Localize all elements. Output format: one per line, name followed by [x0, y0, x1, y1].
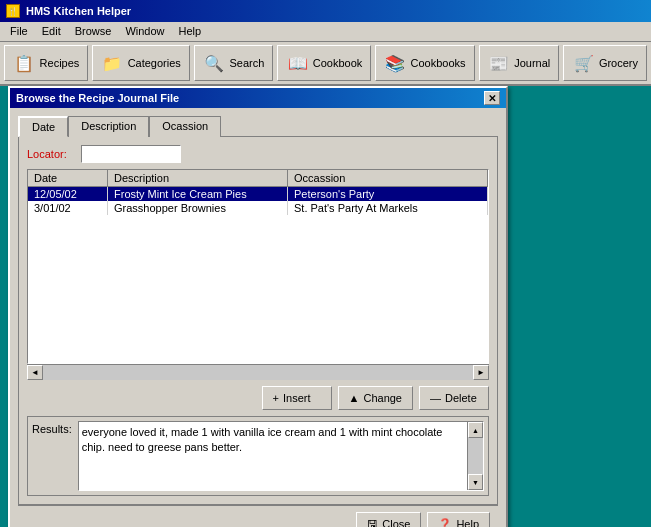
toolbar-cookbook-label: Cookbook — [313, 57, 363, 69]
horizontal-scrollbar[interactable]: ◄ ► — [27, 364, 489, 380]
change-icon: ▲ — [349, 392, 360, 404]
close-button[interactable]: 🖫 Close — [356, 512, 421, 527]
td-desc-1: Frosty Mint Ice Cream Pies — [108, 187, 288, 201]
td-desc-2: Grasshopper Brownies — [108, 201, 288, 215]
td-date-2: 3/01/02 — [28, 201, 108, 215]
dialog: Browse the Recipe Journal File ✕ Date De… — [8, 86, 508, 527]
bottom-buttons: 🖫 Close ❓ Help — [18, 505, 498, 527]
action-buttons: + Insert ▲ Change — Delete — [27, 380, 489, 416]
tab-description[interactable]: Description — [68, 116, 149, 137]
table-row[interactable]: 12/05/02 Frosty Mint Ice Cream Pies Pete… — [28, 187, 488, 201]
toolbar-search-label: Search — [230, 57, 265, 69]
menu-bar: File Edit Browse Window Help — [0, 22, 651, 42]
dialog-title-bar: Browse the Recipe Journal File ✕ — [10, 88, 506, 108]
td-date-1: 12/05/02 — [28, 187, 108, 201]
toolbar-cookbooks-label: Cookbooks — [411, 57, 466, 69]
toolbar-recipes-button[interactable]: 📋 Recipes — [4, 45, 88, 81]
menu-help[interactable]: Help — [173, 24, 208, 39]
tab-ocassion[interactable]: Ocassion — [149, 116, 221, 137]
results-scrollbar: ▲ ▼ — [467, 422, 483, 490]
app-icon: 🍴 — [6, 4, 20, 18]
table-body: 12/05/02 Frosty Mint Ice Cream Pies Pete… — [28, 187, 488, 362]
th-date: Date — [28, 170, 108, 186]
toolbar-cookbook-button[interactable]: 📖 Cookbook — [277, 45, 371, 81]
td-occ-2: St. Pat's Party At Markels — [288, 201, 488, 215]
dialog-close-button[interactable]: ✕ — [484, 91, 500, 105]
title-bar: 🍴 HMS Kitchen Helper — [0, 0, 651, 22]
delete-button[interactable]: — Delete — [419, 386, 489, 410]
insert-label: Insert — [283, 392, 311, 404]
menu-browse[interactable]: Browse — [69, 24, 118, 39]
locator-input[interactable] — [81, 145, 181, 163]
scroll-up-button[interactable]: ▲ — [468, 422, 483, 438]
results-label: Results: — [32, 421, 72, 491]
menu-window[interactable]: Window — [119, 24, 170, 39]
toolbar-grocery-label: Grocery — [599, 57, 638, 69]
locator-label: Locator: — [27, 148, 77, 160]
journal-table: Date Description Occassion 12/05/02 Fros… — [27, 169, 489, 364]
tab-date[interactable]: Date — [18, 116, 68, 137]
help-label: Help — [456, 518, 479, 527]
results-text-container: everyone loved it, made 1 with vanilla i… — [78, 421, 484, 491]
scroll-left-button[interactable]: ◄ — [27, 365, 43, 380]
cookbook-icon: 📖 — [286, 51, 308, 75]
journal-icon: 📰 — [488, 51, 511, 75]
results-section: Results: everyone loved it, made 1 with … — [27, 416, 489, 496]
help-icon: ❓ — [438, 518, 452, 528]
scroll-track[interactable] — [43, 365, 473, 380]
table-row[interactable]: 3/01/02 Grasshopper Brownies St. Pat's P… — [28, 201, 488, 215]
recipes-icon: 📋 — [13, 51, 36, 75]
toolbar-cookbooks-button[interactable]: 📚 Cookbooks — [375, 45, 474, 81]
tab-bar: Date Description Ocassion — [18, 116, 498, 137]
menu-edit[interactable]: Edit — [36, 24, 67, 39]
toolbar: 📋 Recipes 📁 Categories 🔍 Search 📖 Cookbo… — [0, 42, 651, 86]
toolbar-categories-label: Categories — [128, 57, 181, 69]
locator-row: Locator: — [27, 145, 489, 163]
scroll-right-button[interactable]: ► — [473, 365, 489, 380]
th-occassion: Occassion — [288, 170, 488, 186]
app-title: HMS Kitchen Helper — [26, 5, 645, 17]
close-label: Close — [382, 518, 410, 527]
cookbooks-icon: 📚 — [384, 51, 406, 75]
delete-icon: — — [430, 392, 441, 404]
categories-icon: 📁 — [101, 51, 123, 75]
delete-label: Delete — [445, 392, 477, 404]
toolbar-journal-label: Journal — [514, 57, 550, 69]
help-button[interactable]: ❓ Help — [427, 512, 490, 527]
th-description: Description — [108, 170, 288, 186]
close-icon: 🖫 — [367, 518, 378, 527]
insert-button[interactable]: + Insert — [262, 386, 332, 410]
toolbar-grocery-button[interactable]: 🛒 Grocery — [563, 45, 647, 81]
change-button[interactable]: ▲ Change — [338, 386, 413, 410]
grocery-icon: 🛒 — [572, 51, 595, 75]
dialog-body: Date Description Ocassion Locator: Date … — [10, 108, 506, 527]
toolbar-categories-button[interactable]: 📁 Categories — [92, 45, 190, 81]
search-icon: 🔍 — [203, 51, 226, 75]
menu-file[interactable]: File — [4, 24, 34, 39]
toolbar-journal-button[interactable]: 📰 Journal — [479, 45, 560, 81]
table-header: Date Description Occassion — [28, 170, 488, 187]
scroll-v-track[interactable] — [468, 438, 483, 474]
dialog-title: Browse the Recipe Journal File — [16, 92, 179, 104]
toolbar-recipes-label: Recipes — [40, 57, 80, 69]
scroll-down-button[interactable]: ▼ — [468, 474, 483, 490]
change-label: Change — [363, 392, 402, 404]
results-text: everyone loved it, made 1 with vanilla i… — [79, 422, 467, 490]
insert-icon: + — [273, 392, 279, 404]
td-occ-1: Peterson's Party — [288, 187, 488, 201]
toolbar-search-button[interactable]: 🔍 Search — [194, 45, 274, 81]
tab-content: Locator: Date Description Occassion 12/0… — [18, 136, 498, 505]
